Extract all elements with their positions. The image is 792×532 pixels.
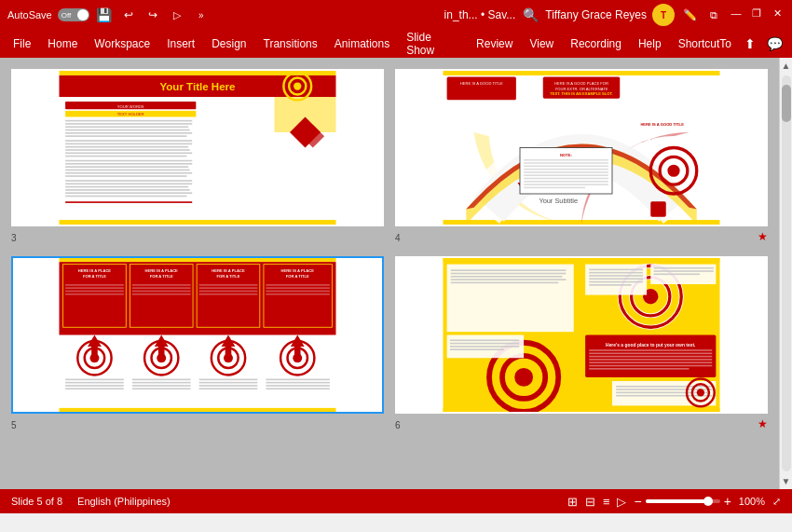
svg-rect-166	[589, 368, 689, 370]
svg-rect-115	[266, 287, 329, 289]
normal-view-icon[interactable]: ⊞	[567, 495, 578, 509]
scroll-down-arrow[interactable]: ▼	[779, 473, 792, 489]
svg-rect-160	[589, 349, 712, 351]
fit-slide-btn[interactable]: ⤢	[772, 496, 781, 508]
svg-text:FOR A TITLE: FOR A TITLE	[216, 274, 239, 279]
pen-icon[interactable]: ✏️	[680, 6, 699, 24]
search-icon[interactable]: 🔍	[521, 6, 539, 24]
menu-workspace[interactable]: Workspace	[87, 34, 157, 54]
slide-wrapper-3: Your Title Here YOUR WORDS	[11, 69, 384, 226]
menu-animations[interactable]: Animations	[327, 34, 397, 54]
menu-shortcut[interactable]: ShortcutTo	[671, 34, 739, 54]
svg-rect-161	[589, 352, 712, 354]
svg-point-45	[667, 165, 679, 177]
zoom-percent: 100%	[739, 496, 765, 507]
svg-rect-136	[266, 379, 329, 381]
svg-rect-93	[132, 293, 191, 295]
scroll-track[interactable]	[782, 75, 791, 471]
slide-item-6[interactable]: Here's a good place to put your own text…	[395, 256, 768, 414]
slide-number-3: 3	[11, 233, 17, 243]
svg-text:HERE IS A PLACE: HERE IS A PLACE	[212, 268, 245, 273]
autosave-toggle[interactable]: Off	[58, 8, 89, 21]
maximize-btn[interactable]: ❐	[749, 7, 764, 22]
menu-review[interactable]: Review	[469, 34, 520, 54]
slide-thumbnail-5: HERE IS A PLACE FOR A TITLE	[13, 258, 382, 412]
zoom-in-btn[interactable]: +	[724, 494, 731, 509]
svg-rect-142	[444, 408, 720, 412]
slide-grid: Your Title Here YOUR WORDS	[0, 58, 779, 489]
svg-text:Here's a good place to put you: Here's a good place to put your own text…	[606, 343, 696, 348]
svg-rect-23	[65, 149, 190, 151]
svg-rect-35	[65, 189, 190, 191]
svg-rect-22	[65, 146, 188, 148]
undo-icon[interactable]: ↩	[119, 6, 138, 24]
svg-rect-103	[199, 287, 258, 289]
menu-slideshow[interactable]: Slide Show	[399, 27, 467, 61]
scroll-up-arrow[interactable]: ▲	[779, 58, 792, 74]
menu-file[interactable]: File	[6, 34, 38, 54]
svg-rect-17	[65, 130, 190, 131]
slide-item-3[interactable]: Your Title Here YOUR WORDS	[11, 69, 384, 226]
close-btn[interactable]: ✕	[770, 7, 785, 22]
redo-icon[interactable]: ↪	[143, 6, 162, 24]
svg-rect-178	[589, 275, 643, 277]
menu-insert[interactable]: Insert	[159, 34, 202, 54]
menu-view[interactable]: View	[522, 34, 561, 54]
svg-rect-141	[444, 258, 720, 262]
svg-rect-72	[60, 408, 336, 412]
reading-view-icon[interactable]: ≡	[603, 495, 610, 509]
svg-rect-124	[65, 379, 124, 381]
scroll-thumb[interactable]	[782, 85, 791, 122]
menu-home[interactable]: Home	[40, 34, 85, 54]
menu-design[interactable]: Design	[204, 34, 253, 54]
restore-icon[interactable]: ⧉	[704, 6, 723, 24]
svg-rect-170	[616, 392, 708, 394]
menu-transitions[interactable]: Transitions	[256, 34, 325, 54]
user-avatar[interactable]: T	[652, 4, 675, 26]
svg-text:TEXT. THIS IS AN EXAMPLE SLOT.: TEXT. THIS IS AN EXAMPLE SLOT.	[550, 91, 612, 96]
zoom-track[interactable]	[646, 499, 720, 503]
save-icon[interactable]: 💾	[95, 6, 114, 24]
svg-rect-27	[65, 163, 192, 165]
slide-wrapper-5: HERE IS A PLACE FOR A TITLE	[11, 256, 384, 414]
svg-rect-130	[132, 385, 191, 387]
zoom-out-btn[interactable]: −	[634, 494, 641, 509]
svg-rect-162	[589, 356, 712, 358]
svg-text:YOUR WORDS: YOUR WORDS	[117, 104, 144, 109]
svg-text:Your Title Here: Your Title Here	[159, 81, 236, 92]
language-status: English (Philippines)	[77, 496, 171, 507]
svg-text:TEXT HOLDER: TEXT HOLDER	[117, 112, 144, 116]
svg-rect-146	[451, 276, 563, 278]
more-icon[interactable]: »	[192, 6, 211, 24]
slide-sorter-icon[interactable]: ⊟	[585, 495, 595, 509]
svg-rect-189	[450, 346, 519, 348]
present-icon[interactable]: ▷	[168, 6, 186, 24]
svg-rect-69	[524, 187, 585, 189]
svg-text:HERE IS A PLACE: HERE IS A PLACE	[78, 268, 112, 273]
svg-rect-104	[199, 291, 258, 293]
comment-icon[interactable]: 💬	[763, 34, 786, 53]
presenter-view-icon[interactable]: ▷	[617, 495, 626, 509]
minimize-btn[interactable]: —	[729, 7, 744, 22]
svg-rect-133	[199, 382, 258, 384]
main-area: Your Title Here YOUR WORDS	[0, 58, 792, 489]
share-icon[interactable]: ⬆	[741, 34, 759, 53]
svg-rect-25	[65, 156, 186, 157]
menu-recording[interactable]: Recording	[563, 34, 629, 54]
svg-text:YOUR EXTR. OR ALTERNATE: YOUR EXTR. OR ALTERNATE	[555, 87, 608, 91]
svg-text:HERE IS A PLACE: HERE IS A PLACE	[145, 268, 179, 273]
menu-help[interactable]: Help	[631, 34, 669, 54]
svg-rect-14	[65, 120, 192, 122]
status-bar: Slide 5 of 8 English (Philippines) ⊞ ⊟ ≡…	[0, 489, 792, 513]
svg-rect-132	[199, 379, 258, 381]
svg-rect-122	[294, 347, 301, 362]
slide-item-4[interactable]: YOUR TITLE Your Subtitle HERE IS A GOOD …	[395, 69, 768, 226]
svg-rect-62	[524, 165, 608, 167]
svg-rect-68	[524, 184, 608, 185]
svg-text:FOR A TITLE: FOR A TITLE	[286, 274, 309, 279]
svg-rect-179	[589, 278, 643, 280]
svg-rect-116	[266, 291, 329, 293]
scrollbar[interactable]: ▲ ▼	[779, 58, 792, 489]
slide-item-5[interactable]: HERE IS A PLACE FOR A TITLE	[11, 256, 384, 414]
svg-rect-67	[524, 181, 608, 183]
